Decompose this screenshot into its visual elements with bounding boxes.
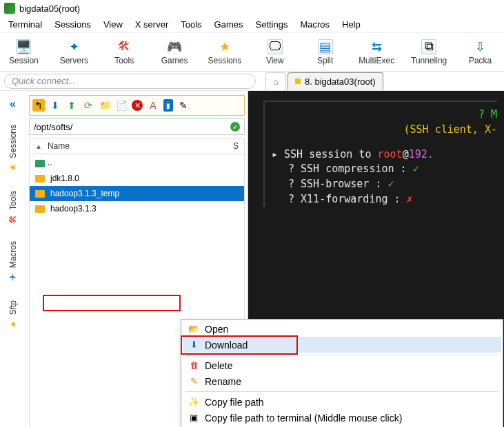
path-ok-icon: ✓ bbox=[230, 122, 240, 132]
upload-icon[interactable]: ⬆ bbox=[65, 99, 78, 112]
home-icon: ⌂ bbox=[273, 76, 279, 87]
side-tab-sessions[interactable]: ★Sessions bbox=[6, 117, 20, 180]
macros-icon: ✈ bbox=[8, 272, 18, 282]
menu-tools[interactable]: Tools bbox=[181, 19, 201, 30]
delete-icon[interactable]: ✕ bbox=[132, 100, 143, 111]
folder-up-icon bbox=[35, 160, 45, 167]
term-line: ? SSH-browser : ✓ bbox=[272, 177, 497, 192]
download-icon: ⬇ bbox=[188, 340, 199, 351]
term-line: ? X11-forwarding : ✗ bbox=[272, 192, 497, 207]
games-icon: 🎮 bbox=[167, 39, 182, 54]
file-row-selected[interactable]: hadoop3.1.3_temp bbox=[30, 186, 244, 201]
download-icon[interactable]: ⬇ bbox=[49, 99, 61, 112]
separator bbox=[185, 355, 498, 355]
file-name: hadoop3.1.3_temp bbox=[50, 189, 119, 198]
menu-macros[interactable]: Macros bbox=[300, 19, 330, 30]
star-icon: ★ bbox=[217, 39, 232, 54]
tool-servers[interactable]: ✦Servers bbox=[57, 39, 91, 65]
cm-open[interactable]: 📂Open bbox=[183, 321, 501, 337]
refresh-icon[interactable]: ⟳ bbox=[82, 99, 94, 112]
menu-terminal[interactable]: Terminal bbox=[8, 19, 42, 30]
tool-sessions[interactable]: ★Sessions bbox=[208, 39, 242, 65]
sftp-toolbar: ↰ ⬇ ⬆ ⟳ 📁 📄 ✕ A ▮ ✎ bbox=[29, 95, 245, 116]
terminal-icon: ▣ bbox=[188, 413, 199, 424]
term-line: (SSH client, X- bbox=[404, 123, 497, 136]
menu-games[interactable]: Games bbox=[214, 19, 243, 30]
side-tab-sftp[interactable]: ●Sftp bbox=[6, 293, 20, 337]
delete-icon: 🗑 bbox=[188, 360, 199, 371]
side-tab-macros[interactable]: ✈Macros bbox=[6, 233, 20, 290]
tools-icon: 🛠 bbox=[117, 39, 132, 54]
tool-games[interactable]: 🎮Games bbox=[158, 39, 192, 65]
multiexec-icon: ⇆ bbox=[369, 39, 384, 54]
body: « ★Sessions 🛠Tools ✈Macros ●Sftp ↰ ⬇ ⬆ ⟳… bbox=[0, 91, 504, 427]
window-title: bigdata05(root) bbox=[19, 3, 80, 14]
wand-icon: ✨ bbox=[188, 397, 199, 408]
tool-view[interactable]: 🖵View bbox=[258, 39, 292, 65]
term-line: ? SSH compression : ✓ bbox=[272, 162, 497, 177]
cm-copy-path[interactable]: ✨Copy file path bbox=[183, 394, 501, 410]
monitor-icon: 🖥️ bbox=[16, 39, 31, 54]
menu-xserver[interactable]: X server bbox=[135, 19, 168, 30]
menu-bar: Terminal Sessions View X server Tools Ga… bbox=[0, 17, 504, 33]
file-row[interactable]: hadoop3.1.3 bbox=[30, 201, 244, 216]
packages-icon: ⇩ bbox=[473, 39, 488, 54]
servers-icon: ✦ bbox=[66, 39, 81, 54]
tool-split[interactable]: ▤Split bbox=[308, 39, 342, 65]
bookmark-icon[interactable]: ▮ bbox=[163, 99, 173, 112]
term-line: ▸ SSH session to root@192. bbox=[272, 147, 497, 163]
cm-download[interactable]: ⬇Download bbox=[183, 337, 501, 353]
rename-icon: ✎ bbox=[188, 376, 199, 387]
sftp-icon: ● bbox=[8, 319, 18, 329]
tunneling-icon: ⧉ bbox=[421, 39, 436, 54]
column-header[interactable]: ▲ Name S bbox=[29, 138, 245, 154]
new-folder-icon[interactable]: 📁 bbox=[99, 99, 111, 112]
file-row[interactable]: jdk1.8.0 bbox=[30, 171, 244, 186]
session-indicator-icon bbox=[295, 79, 301, 84]
quick-connect-row: Quick connect... ⌂ 8. bigdata03(root) bbox=[0, 72, 504, 91]
tools-icon: 🛠 bbox=[8, 214, 17, 224]
tool-packages[interactable]: ⇩Packa bbox=[463, 39, 497, 65]
folder-icon bbox=[35, 205, 45, 213]
view-icon: 🖵 bbox=[268, 39, 283, 54]
main-toolbar: 🖥️Session ✦Servers 🛠Tools 🎮Games ★Sessio… bbox=[0, 33, 504, 72]
tool-tools[interactable]: 🛠Tools bbox=[108, 39, 141, 65]
cm-delete[interactable]: 🗑Delete bbox=[183, 357, 501, 373]
path-bar[interactable]: /opt/softs/ ✓ bbox=[29, 118, 245, 135]
tool-tunneling[interactable]: ⧉Tunneling bbox=[411, 39, 447, 65]
folder-icon bbox=[35, 190, 45, 198]
menu-help[interactable]: Help bbox=[342, 19, 361, 30]
tool-session[interactable]: 🖥️Session bbox=[7, 39, 41, 65]
split-icon: ▤ bbox=[318, 39, 333, 54]
app-icon bbox=[4, 3, 15, 14]
menu-sessions[interactable]: Sessions bbox=[54, 19, 91, 30]
path-text: /opt/softs/ bbox=[34, 122, 72, 132]
collapse-panel-icon[interactable]: « bbox=[10, 98, 16, 114]
tab-session[interactable]: 8. bigdata03(root) bbox=[288, 72, 383, 90]
term-line: ? M bbox=[478, 108, 497, 121]
side-tabs: « ★Sessions 🛠Tools ✈Macros ●Sftp bbox=[0, 91, 26, 427]
file-name: jdk1.8.0 bbox=[50, 174, 79, 183]
new-file-icon[interactable]: 📄 bbox=[115, 99, 128, 112]
star-icon: ★ bbox=[8, 163, 18, 173]
file-row-up[interactable]: .. bbox=[30, 156, 244, 171]
text-icon[interactable]: A bbox=[147, 99, 159, 112]
open-icon: 📂 bbox=[188, 324, 199, 335]
menu-view[interactable]: View bbox=[103, 19, 123, 30]
quick-connect-input[interactable]: Quick connect... bbox=[4, 74, 256, 89]
tool-multiexec[interactable]: ⇆MultiExec bbox=[359, 39, 394, 65]
side-tab-tools[interactable]: 🛠Tools bbox=[6, 183, 20, 231]
col-name: Name bbox=[48, 141, 228, 151]
file-name: hadoop3.1.3 bbox=[50, 204, 97, 214]
menu-settings[interactable]: Settings bbox=[256, 19, 288, 30]
col-second: S bbox=[233, 141, 239, 151]
title-bar: bigdata05(root) bbox=[0, 0, 504, 17]
cm-rename[interactable]: ✎Rename bbox=[183, 373, 501, 389]
tab-session-label: 8. bigdata03(root) bbox=[305, 76, 376, 87]
context-menu: 📂Open ⬇Download 🗑Delete ✎Rename ✨Copy fi… bbox=[181, 319, 503, 427]
folder-icon bbox=[35, 175, 45, 183]
cm-copy-path-terminal[interactable]: ▣Copy file path to terminal (Middle mous… bbox=[183, 410, 501, 426]
wand-icon[interactable]: ✎ bbox=[177, 99, 190, 112]
tab-home[interactable]: ⌂ bbox=[265, 72, 286, 90]
up-folder-icon[interactable]: ↰ bbox=[32, 99, 45, 112]
